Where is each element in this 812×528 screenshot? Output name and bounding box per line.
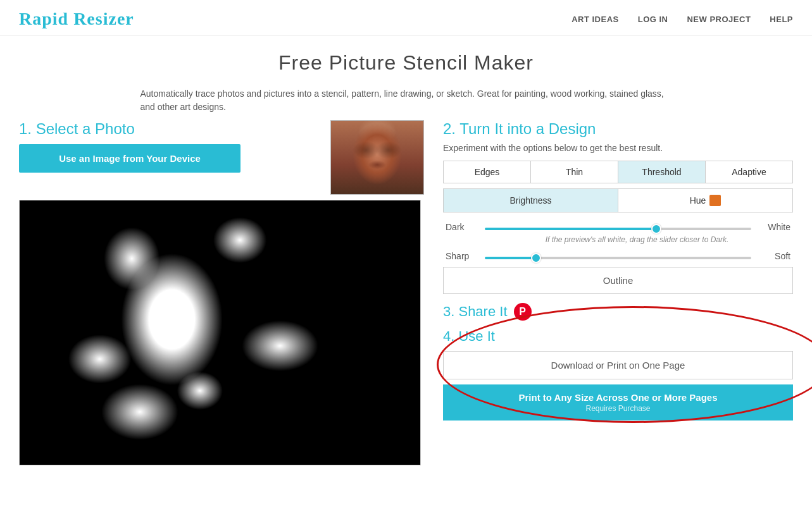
tab-hue[interactable]: Hue	[618, 189, 792, 212]
outline-button[interactable]: Outline	[443, 267, 793, 294]
nav-log-in[interactable]: LOG IN	[638, 15, 668, 24]
step4-heading: 4. Use It	[443, 328, 793, 345]
nav-new-project[interactable]: NEW PROJECT	[687, 15, 751, 24]
step2-subtitle: Experiment with the options below to get…	[443, 143, 793, 153]
step3-heading-text: 3. Share It	[443, 304, 508, 320]
brightness-slider[interactable]	[485, 228, 751, 230]
sharpness-slider-row: Sharp Soft	[443, 250, 793, 262]
stencil-preview	[19, 200, 421, 465]
tab-threshold[interactable]: Threshold	[618, 161, 706, 183]
step3-section: 3. Share It P	[443, 303, 793, 321]
hue-label: Hue	[690, 195, 706, 206]
sharpness-slider[interactable]	[485, 257, 751, 259]
step4-heading-text: 4. Use It	[443, 328, 495, 344]
print-button[interactable]: Print to Any Size Across One or More Pag…	[443, 384, 793, 421]
right-column: 2. Turn It into a Design Experiment with…	[443, 120, 793, 465]
step2-heading: 2. Turn It into a Design	[443, 120, 793, 138]
tab-edges[interactable]: Edges	[444, 161, 531, 183]
sharp-label: Sharp	[446, 251, 478, 261]
dark-label: Dark	[446, 222, 478, 232]
left-column: 1. Select a Photo Use an Image from Your…	[19, 120, 424, 465]
soft-label: Soft	[758, 251, 790, 261]
stencil-background	[20, 200, 420, 465]
header: Rapid Resizer ART IDEAS LOG IN NEW PROJE…	[0, 0, 812, 36]
main-content: 1. Select a Photo Use an Image from Your…	[0, 114, 812, 478]
nav-help[interactable]: HELP	[770, 15, 793, 24]
steps-share-use: 3. Share It P 4. Use It Download or Prin…	[443, 303, 793, 421]
brightness-slider-wrap[interactable]	[485, 221, 751, 233]
brightness-hint: If the preview's all white, drag the sli…	[481, 235, 793, 244]
step1-heading-text: 1. Select a Photo	[19, 120, 135, 137]
tab-brightness[interactable]: Brightness	[444, 189, 618, 212]
step2-heading-text: 2. Turn It into a Design	[443, 120, 596, 137]
print-btn-label: Print to Any Size Across One or More Pag…	[519, 392, 718, 403]
mode-tab-row: Brightness Hue	[443, 188, 793, 212]
white-label: White	[758, 222, 790, 232]
brightness-slider-row: Dark White	[443, 221, 793, 233]
tab-adaptive[interactable]: Adaptive	[706, 161, 792, 183]
step1-heading: 1. Select a Photo	[19, 120, 318, 138]
main-nav: ART IDEAS LOG IN NEW PROJECT HELP	[572, 15, 793, 24]
upload-button[interactable]: Use an Image from Your Device	[19, 144, 240, 173]
print-btn-sub: Requires Purchase	[443, 404, 793, 413]
page-title: Free Picture Stencil Maker	[0, 51, 812, 75]
step1-left: 1. Select a Photo Use an Image from Your…	[19, 120, 318, 181]
pinterest-button[interactable]: P	[514, 303, 532, 321]
logo: Rapid Resizer	[19, 9, 134, 29]
hint-text: If the preview's all white, drag the sli…	[546, 235, 729, 244]
tab-thin[interactable]: Thin	[531, 161, 618, 183]
hue-color-swatch	[709, 195, 721, 206]
step3-heading: 3. Share It P	[443, 303, 793, 321]
page-title-section: Free Picture Stencil Maker	[0, 36, 812, 81]
step1-row: 1. Select a Photo Use an Image from Your…	[19, 120, 424, 195]
step4-section: 4. Use It Download or Print on One Page …	[443, 328, 793, 421]
page-subtitle: Automatically trace photos and pictures …	[122, 87, 691, 114]
algorithm-tab-row: Edges Thin Threshold Adaptive	[443, 161, 793, 183]
nav-art-ideas[interactable]: ART IDEAS	[572, 15, 619, 24]
download-button[interactable]: Download or Print on One Page	[443, 351, 793, 379]
sharpness-slider-wrap[interactable]	[485, 250, 751, 262]
thumbnail-image	[330, 120, 424, 195]
